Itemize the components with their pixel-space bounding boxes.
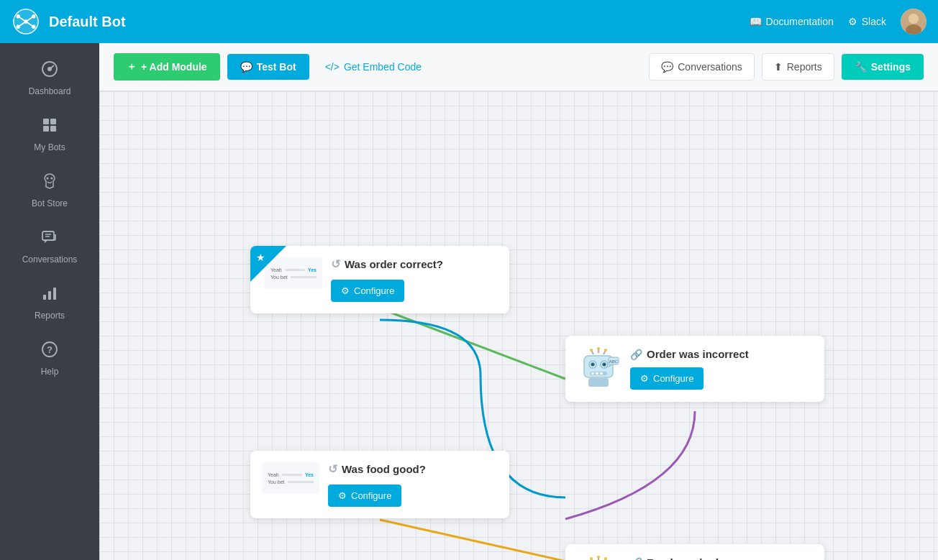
settings-label: Settings	[871, 61, 911, 73]
documentation-label: Documentation	[766, 16, 834, 27]
user-avatar[interactable]	[901, 9, 926, 35]
embed-code-button[interactable]: </> Get Embed Code	[317, 54, 430, 80]
svg-rect-45	[596, 372, 598, 375]
svg-rect-22	[42, 231, 54, 240]
dashboard-icon	[41, 60, 58, 82]
robot-card-title-food: 🔗 Food was bad	[630, 556, 719, 560]
svg-point-55	[604, 557, 607, 560]
configure-button-food-good[interactable]: ⚙ Configure	[328, 485, 401, 507]
configure-gear-icon2: ⚙	[640, 373, 649, 384]
robot-icon-incorrect: ABC	[577, 347, 620, 390]
robot-card-title: 🔗 Order was incorrect	[630, 348, 749, 360]
sidebar: Dashboard My Bots Bot Store	[0, 43, 99, 560]
svg-rect-25	[43, 295, 46, 300]
svg-rect-46	[600, 372, 603, 375]
code-icon: </>	[325, 61, 340, 73]
reports-button[interactable]: ⬆ Reports	[762, 53, 834, 81]
svg-rect-26	[48, 291, 51, 300]
svg-point-9	[32, 25, 35, 29]
settings-button[interactable]: 🔧 Settings	[842, 54, 924, 80]
settings-icon: 🔧	[855, 61, 867, 73]
svg-text:?: ?	[47, 344, 53, 355]
sidebar-item-my-bots[interactable]: My Bots	[0, 106, 99, 162]
top-nav-actions: 📖 Documentation ⚙ Slack	[750, 9, 926, 35]
sidebar-item-dashboard[interactable]: Dashboard	[0, 50, 99, 106]
svg-rect-27	[53, 288, 56, 300]
svg-point-33	[590, 349, 593, 352]
robot-card-order-incorrect: ABC 🔗 Order was incorrect ⚙ Configure	[565, 336, 824, 402]
svg-point-8	[17, 25, 20, 29]
main-content: ＋ + Add Module 💬 Test Bot </> Get Embed …	[99, 43, 938, 560]
configure-gear-icon3: ⚙	[338, 490, 347, 501]
help-icon: ?	[41, 341, 58, 362]
slack-icon: ⚙	[848, 16, 857, 27]
sidebar-item-reports[interactable]: Reports	[0, 275, 99, 331]
module-preview-food: Yeah Yes You bet	[262, 462, 319, 494]
svg-point-34	[597, 347, 600, 350]
svg-text:ABC: ABC	[609, 359, 619, 364]
test-bot-button[interactable]: 💬 Test Bot	[227, 54, 309, 80]
svg-point-11	[909, 14, 919, 24]
module-card-title: ↺ Was order correct?	[331, 257, 443, 271]
test-bot-label: Test Bot	[257, 61, 296, 73]
configure-button-order-incorrect[interactable]: ⚙ Configure	[630, 367, 704, 390]
sidebar-item-label: Reports	[35, 311, 65, 321]
robot-body: 🔗 Order was incorrect ⚙ Configure	[630, 348, 749, 390]
question-icon: ↺	[331, 257, 340, 271]
configure-button-order-correct[interactable]: ⚙ Configure	[331, 280, 404, 302]
conversations-button[interactable]: 💬 Conversations	[649, 53, 755, 81]
sidebar-item-conversations[interactable]: Conversations	[0, 219, 99, 275]
reports-label: Reports	[787, 61, 822, 73]
svg-rect-49	[588, 378, 609, 387]
link-icon2: 🔗	[630, 557, 642, 561]
robot-card-food-bad: ABC 🔗 Food was bad ⚙ Configure	[565, 544, 824, 560]
sidebar-item-label: Dashboard	[29, 86, 71, 96]
sidebar-item-label: My Bots	[34, 142, 65, 152]
conversations-btn-icon: 💬	[661, 61, 673, 73]
svg-point-39	[592, 364, 594, 366]
star-icon: ★	[256, 252, 265, 263]
add-module-button[interactable]: ＋ + Add Module	[114, 53, 220, 81]
toolbar: ＋ + Add Module 💬 Test Bot </> Get Embed …	[99, 43, 938, 91]
connections-svg	[99, 91, 938, 560]
svg-point-54	[597, 556, 600, 559]
conversations-icon	[41, 229, 58, 250]
sidebar-item-label: Help	[41, 367, 59, 377]
canvas[interactable]: ★ Yeah Yes You bet	[99, 91, 938, 560]
module-card-order-correct: ★ Yeah Yes You bet	[250, 246, 509, 313]
embed-code-label: Get Embed Code	[344, 61, 422, 73]
top-nav: Default Bot 📖 Documentation ⚙ Slack	[0, 0, 938, 43]
robot-body-food: 🔗 Food was bad ⚙ Configure	[630, 556, 719, 560]
module-card-food-good: Yeah Yes You bet ↺	[250, 451, 509, 518]
svg-rect-18	[43, 126, 49, 132]
module-card-title-food: ↺ Was food good?	[328, 462, 426, 476]
reports-icon	[41, 285, 58, 306]
svg-point-20	[47, 178, 49, 180]
svg-rect-44	[591, 372, 594, 375]
conversations-label: Conversations	[678, 61, 742, 73]
sidebar-item-label: Conversations	[22, 254, 78, 265]
bot-store-icon	[41, 173, 58, 194]
svg-point-21	[51, 178, 53, 180]
sidebar-item-bot-store[interactable]: Bot Store	[0, 162, 99, 219]
svg-point-42	[604, 364, 606, 366]
svg-rect-16	[43, 119, 49, 124]
add-module-label: + Add Module	[141, 61, 207, 73]
page-title: Default Bot	[49, 14, 741, 30]
slack-label: Slack	[862, 16, 886, 27]
documentation-link[interactable]: 📖 Documentation	[750, 16, 834, 27]
question-icon2: ↺	[328, 462, 337, 476]
sidebar-item-help[interactable]: ? Help	[0, 331, 99, 387]
svg-point-53	[590, 557, 593, 560]
add-icon: ＋	[127, 60, 137, 73]
my-bots-icon	[41, 116, 58, 138]
svg-rect-19	[50, 126, 56, 132]
logo[interactable]	[12, 7, 40, 36]
link-icon: 🔗	[630, 349, 642, 360]
svg-point-35	[604, 349, 607, 352]
slack-link[interactable]: ⚙ Slack	[848, 16, 886, 27]
configure-gear-icon: ⚙	[341, 285, 350, 296]
documentation-icon: 📖	[750, 16, 762, 27]
reports-btn-icon: ⬆	[774, 61, 783, 73]
svg-rect-17	[50, 119, 56, 124]
